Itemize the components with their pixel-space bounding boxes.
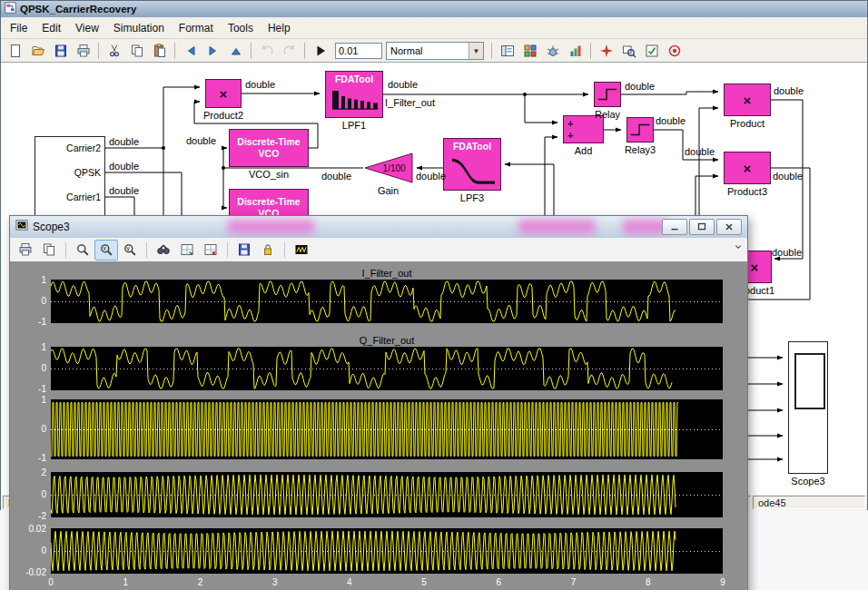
y-tick-label: 0	[12, 296, 46, 306]
product-block[interactable]: ×	[724, 84, 771, 116]
product2-block[interactable]: ×	[205, 79, 242, 108]
glass-blur-artifact	[228, 220, 314, 233]
y-tick-label: 2	[12, 467, 46, 477]
menu-bar: FileEditViewSimulationFormatToolsHelp	[1, 17, 867, 39]
target-button[interactable]	[663, 41, 686, 62]
menu-format[interactable]: Format	[172, 19, 221, 37]
combo-arrow-icon[interactable]: ▼	[469, 43, 483, 59]
x-tick-label: 3	[261, 577, 289, 587]
plus-icon: +	[567, 131, 573, 140]
copy-button[interactable]	[125, 41, 148, 62]
y-tick-label: 0	[12, 424, 46, 434]
start-simulation-button[interactable]	[309, 41, 331, 62]
scope3-block[interactable]	[788, 341, 828, 474]
copy-button[interactable]	[37, 240, 61, 261]
menu-tools[interactable]: Tools	[221, 19, 261, 37]
stop-time-input[interactable]	[335, 43, 382, 59]
svg-text:1/100: 1/100	[383, 163, 406, 173]
zoom-button[interactable]	[71, 240, 94, 261]
maximize-button[interactable]	[689, 219, 715, 235]
persistence-button[interactable]	[290, 240, 313, 261]
build-button[interactable]	[595, 41, 617, 62]
scope-window-title: Scope3	[33, 221, 70, 233]
scope-window[interactable]: Scope3 xy I_Filter_out10-1Q_Filter_out10…	[9, 215, 748, 590]
scope-plot-canvas-2[interactable]	[51, 347, 723, 390]
scope-plot-canvas-4[interactable]	[51, 472, 723, 517]
open-button[interactable]	[26, 41, 49, 62]
y-tick-label: 0	[12, 363, 46, 373]
debug-button[interactable]	[541, 41, 564, 62]
gain-triangle-icon: 1/100	[363, 152, 413, 183]
lock-axes-button[interactable]	[256, 240, 280, 261]
save-data-button[interactable]	[232, 240, 256, 261]
scope-screen-icon	[794, 353, 825, 409]
close-button[interactable]	[716, 219, 742, 235]
coverage-button[interactable]	[564, 41, 587, 62]
print-button[interactable]	[72, 41, 94, 62]
scope-plot-canvas-5[interactable]	[51, 528, 723, 574]
x-tick-label: 1	[112, 577, 139, 587]
model-advisor-button[interactable]	[640, 41, 663, 62]
relay-block[interactable]	[594, 82, 621, 107]
scope-plot-canvas-1[interactable]	[51, 280, 723, 323]
scope-plot-canvas-3[interactable]	[51, 399, 723, 459]
title-bar[interactable]: QPSK_CarrierRecovery	[1, 1, 867, 17]
scope-icon	[15, 219, 28, 235]
x-tick-label: 8	[635, 577, 662, 587]
forward-button[interactable]	[202, 41, 224, 62]
save-axes-button[interactable]	[175, 240, 199, 261]
paste-button[interactable]	[148, 41, 171, 62]
autoscale-button[interactable]	[152, 240, 175, 261]
qpsk-source-subsystem-block[interactable]: Carrier2QPSKCarrier1	[35, 136, 105, 221]
sim-mode-select[interactable]: Normal▼	[386, 42, 484, 60]
relay-icon	[595, 83, 620, 106]
find-system-button[interactable]	[617, 41, 640, 62]
back-button[interactable]	[179, 41, 202, 62]
x-tick-label: 4	[336, 577, 363, 587]
zoom-y-button[interactable]: y	[118, 240, 142, 261]
fdatool-text: FDATool	[444, 141, 500, 152]
scope-body: I_Filter_out10-1Q_Filter_out10-110-120-2…	[10, 261, 747, 590]
x-tick-label: 0	[37, 577, 64, 587]
relay-icon	[627, 118, 653, 142]
multiply-icon: ×	[725, 152, 770, 183]
undo-button[interactable]	[255, 41, 278, 62]
lpf3-block[interactable]: FDATool	[443, 138, 501, 191]
lowpass-curve-icon	[448, 153, 498, 192]
y-tick-label: 1	[12, 395, 46, 405]
status-solver: ode45	[753, 496, 865, 509]
toolbar-separator	[284, 242, 285, 258]
product3-block[interactable]: ×	[724, 152, 771, 184]
y-tick-label: -1	[12, 453, 46, 463]
x-tick-label: 2	[186, 577, 213, 587]
x-tick-label: 7	[560, 577, 587, 587]
redo-button[interactable]	[278, 41, 301, 62]
gain-block[interactable]: 1/100	[363, 152, 413, 183]
print-button[interactable]	[14, 240, 37, 261]
menu-help[interactable]: Help	[261, 19, 298, 37]
scope-title-bar[interactable]: Scope3	[10, 216, 747, 239]
new-model-button[interactable]	[4, 41, 26, 62]
restore-axes-button[interactable]	[199, 240, 222, 261]
toolbar-overflow-icon[interactable]	[732, 241, 745, 257]
minimize-button[interactable]	[662, 219, 687, 235]
menu-simulation[interactable]: Simulation	[106, 19, 172, 37]
model-explorer-button[interactable]	[496, 41, 518, 62]
menu-view[interactable]: View	[68, 19, 106, 37]
zoom-x-button[interactable]: x	[94, 240, 118, 261]
add-block[interactable]: ++	[563, 115, 604, 143]
relay3-block[interactable]	[626, 117, 654, 143]
up-button[interactable]	[224, 41, 247, 62]
library-browser-button[interactable]	[518, 41, 541, 62]
vco-sin-block[interactable]: Discrete-TimeVCO	[229, 129, 309, 167]
toolbar-separator	[227, 242, 228, 258]
lpf1-block[interactable]: FDATool	[325, 71, 383, 118]
menu-file[interactable]: File	[3, 19, 35, 37]
y-tick-label: 0.02	[12, 524, 46, 534]
x-tick-label: 6	[485, 577, 512, 587]
port-label-qpsk: QPSK	[74, 167, 101, 178]
toolbar-separator	[491, 43, 492, 59]
cut-button[interactable]	[103, 41, 125, 62]
save-button[interactable]	[49, 41, 72, 62]
menu-edit[interactable]: Edit	[35, 19, 68, 37]
